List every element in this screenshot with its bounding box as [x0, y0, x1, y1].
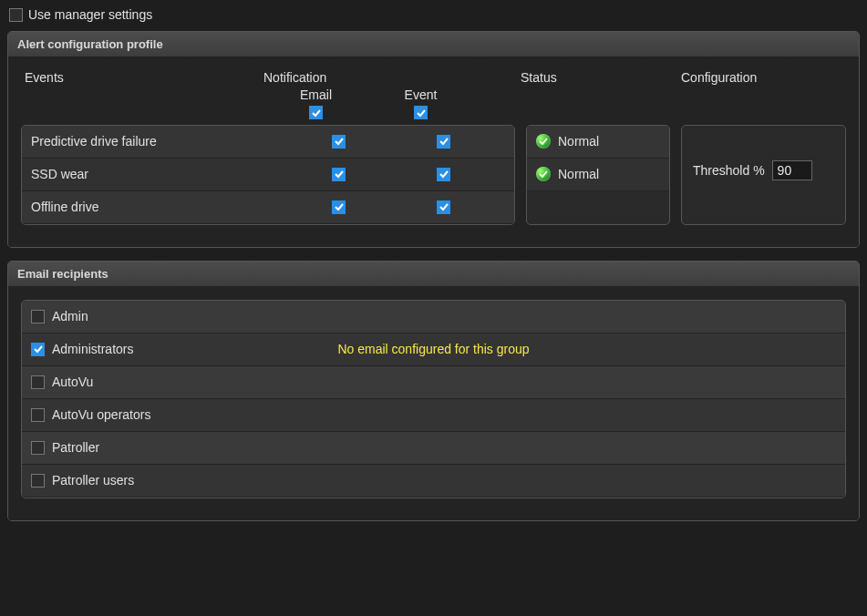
status-table: NormalNormal	[526, 125, 670, 225]
status-row: Normal	[527, 126, 669, 159]
subcolumn-event: Event	[368, 87, 473, 102]
row-event-checkbox[interactable]	[437, 135, 450, 149]
recipient-warning: No email configured for this group	[337, 342, 529, 356]
recipient-label: Admin	[52, 309, 88, 323]
threshold-label: Threshold %	[693, 163, 765, 178]
configuration-box: Threshold %	[681, 125, 846, 225]
recipient-row: AutoVu	[22, 366, 845, 399]
header-event-checkbox[interactable]	[414, 106, 428, 119]
recipient-checkbox[interactable]	[31, 474, 45, 488]
alert-panel-title: Alert configuration profile	[8, 32, 859, 57]
recipient-row: Admin	[22, 301, 845, 334]
use-manager-settings-label: Use manager settings	[28, 7, 152, 22]
recipient-label: Patroller users	[52, 473, 134, 488]
status-text: Normal	[558, 167, 599, 181]
subcolumn-email: Email	[263, 87, 368, 102]
recipient-checkbox[interactable]	[31, 441, 45, 455]
column-events: Events	[25, 70, 263, 85]
alert-configuration-panel: Alert configuration profile Events Notif…	[7, 31, 860, 248]
event-row: Offline drive	[22, 191, 514, 224]
column-notification: Notification	[263, 70, 521, 85]
row-email-checkbox[interactable]	[332, 135, 346, 149]
events-table: Predictive drive failureSSD wearOffline …	[21, 125, 515, 225]
status-ok-icon	[536, 134, 551, 149]
event-label: SSD wear	[31, 167, 286, 181]
recipient-checkbox[interactable]	[31, 408, 45, 422]
recipient-row: AdministratorsNo email configured for th…	[22, 334, 845, 366]
header-email-checkbox[interactable]	[309, 106, 323, 119]
row-email-checkbox[interactable]	[332, 200, 346, 214]
recipient-label: AutoVu	[52, 375, 93, 389]
status-ok-icon	[536, 167, 551, 181]
email-recipients-panel: Email recipients AdminAdministratorsNo e…	[7, 261, 860, 521]
recipients-list: AdminAdministratorsNo email configured f…	[21, 300, 846, 498]
event-row: SSD wear	[22, 159, 514, 191]
event-row: Predictive drive failure	[22, 126, 514, 159]
event-label: Offline drive	[31, 200, 286, 214]
recipient-row: Patroller users	[22, 465, 845, 498]
column-status: Status	[521, 70, 681, 85]
row-event-checkbox[interactable]	[437, 200, 450, 214]
status-row: Normal	[527, 159, 669, 191]
row-event-checkbox[interactable]	[437, 168, 450, 181]
recipient-label: Patroller	[52, 440, 99, 455]
recipient-checkbox[interactable]	[31, 375, 45, 389]
status-text: Normal	[558, 134, 599, 149]
column-configuration: Configuration	[681, 70, 842, 85]
row-email-checkbox[interactable]	[332, 168, 346, 181]
recipient-label: AutoVu operators	[52, 407, 150, 422]
recipient-label: Administrators	[52, 342, 133, 356]
recipient-row: Patroller	[22, 432, 845, 465]
email-panel-title: Email recipients	[8, 262, 859, 287]
recipient-checkbox[interactable]	[31, 343, 45, 356]
event-label: Predictive drive failure	[31, 134, 286, 149]
threshold-input[interactable]	[772, 160, 812, 180]
use-manager-settings-checkbox[interactable]	[9, 8, 23, 22]
recipient-checkbox[interactable]	[31, 310, 45, 323]
recipient-row: AutoVu operators	[22, 399, 845, 432]
